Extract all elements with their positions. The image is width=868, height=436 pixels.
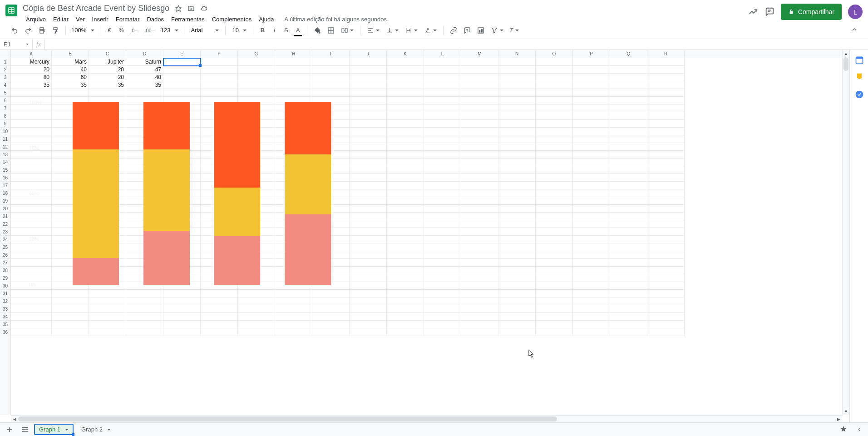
cell[interactable] [11, 89, 52, 97]
cell[interactable] [387, 189, 424, 197]
cell[interactable] [461, 74, 498, 81]
cell[interactable] [424, 220, 461, 228]
cell[interactable] [424, 182, 461, 189]
cell[interactable] [647, 97, 685, 104]
undo-button[interactable] [8, 25, 21, 36]
cell[interactable] [573, 213, 610, 220]
cell[interactable] [647, 220, 685, 228]
row-header[interactable]: 32 [0, 297, 10, 305]
cell[interactable] [536, 297, 573, 305]
cell[interactable] [536, 205, 573, 213]
cell[interactable] [387, 135, 424, 143]
cell[interactable] [536, 259, 573, 267]
scroll-thumb[interactable] [843, 57, 848, 71]
cell[interactable] [461, 66, 498, 74]
cell[interactable] [610, 274, 647, 282]
cell[interactable] [89, 313, 126, 321]
col-header[interactable]: C [89, 50, 126, 58]
menu-arquivo[interactable]: Arquivo [23, 15, 49, 24]
cell[interactable] [387, 313, 424, 321]
borders-button[interactable] [325, 25, 337, 36]
bold-button[interactable]: B [257, 25, 268, 36]
cell[interactable] [275, 58, 312, 66]
cell[interactable] [52, 321, 89, 328]
cell[interactable] [11, 313, 52, 321]
cell[interactable] [536, 120, 573, 128]
cell[interactable] [350, 305, 387, 313]
col-header[interactable]: J [350, 50, 387, 58]
cell[interactable] [89, 297, 126, 305]
cell[interactable] [424, 274, 461, 282]
cell[interactable] [610, 321, 647, 328]
cell[interactable]: 80 [11, 74, 52, 81]
cell[interactable] [536, 112, 573, 120]
row-header[interactable]: 20 [0, 205, 10, 213]
tasks-icon[interactable] [855, 90, 864, 99]
merge-cells-button[interactable] [338, 25, 356, 36]
cell[interactable] [647, 151, 685, 159]
menu-ajuda[interactable]: Ajuda [256, 15, 277, 24]
cell[interactable] [424, 81, 461, 89]
col-header[interactable]: B [52, 50, 89, 58]
cell[interactable] [498, 143, 536, 151]
row-header[interactable]: 34 [0, 313, 10, 321]
cell[interactable]: Mercury [11, 58, 52, 66]
italic-button[interactable]: I [269, 25, 280, 36]
cell[interactable] [573, 143, 610, 151]
cell[interactable] [461, 112, 498, 120]
cell[interactable] [424, 290, 461, 297]
cell[interactable] [312, 58, 350, 66]
cell[interactable] [163, 321, 201, 328]
row-header[interactable]: 13 [0, 151, 10, 159]
cell[interactable] [573, 220, 610, 228]
cell[interactable] [126, 313, 163, 321]
cell[interactable] [573, 159, 610, 166]
cell[interactable] [424, 282, 461, 290]
col-header[interactable]: F [201, 50, 238, 58]
cell[interactable] [89, 328, 126, 336]
cell[interactable] [126, 321, 163, 328]
collapse-toolbar-button[interactable] [849, 24, 860, 36]
cell[interactable] [163, 290, 201, 297]
cell[interactable] [238, 321, 275, 328]
cell[interactable] [387, 97, 424, 104]
cell[interactable] [610, 251, 647, 259]
cell[interactable] [424, 66, 461, 74]
row-header[interactable]: 30 [0, 282, 10, 290]
cell[interactable] [312, 74, 350, 81]
cell[interactable] [201, 58, 238, 66]
bar-mars[interactable] [143, 102, 190, 285]
cell[interactable] [387, 328, 424, 336]
cell[interactable] [350, 313, 387, 321]
cell[interactable] [387, 251, 424, 259]
row-header[interactable]: 18 [0, 189, 10, 197]
cell[interactable] [350, 74, 387, 81]
cell[interactable] [498, 259, 536, 267]
cell[interactable] [610, 143, 647, 151]
cell[interactable] [201, 81, 238, 89]
cell[interactable] [461, 205, 498, 213]
cell[interactable] [536, 236, 573, 243]
cell[interactable] [610, 97, 647, 104]
cell[interactable] [573, 282, 610, 290]
cell[interactable] [573, 89, 610, 97]
cell[interactable] [461, 297, 498, 305]
row-header[interactable]: 16 [0, 174, 10, 182]
cell[interactable] [461, 174, 498, 182]
row-header[interactable]: 2 [0, 66, 10, 74]
print-button[interactable] [35, 25, 48, 36]
cell[interactable] [536, 135, 573, 143]
cell[interactable] [536, 159, 573, 166]
cell[interactable] [312, 290, 350, 297]
cell[interactable] [647, 89, 685, 97]
col-header[interactable]: K [387, 50, 424, 58]
cell[interactable] [536, 66, 573, 74]
cell[interactable] [573, 251, 610, 259]
cell[interactable] [610, 328, 647, 336]
scroll-down-button[interactable]: ▼ [843, 408, 849, 415]
cell[interactable] [536, 220, 573, 228]
cell[interactable] [461, 267, 498, 274]
spreadsheet-grid[interactable]: ABCDEFGHIJKLMNOPQR 123456789101112131415… [0, 50, 850, 422]
cell[interactable] [461, 313, 498, 321]
cell[interactable] [387, 197, 424, 205]
